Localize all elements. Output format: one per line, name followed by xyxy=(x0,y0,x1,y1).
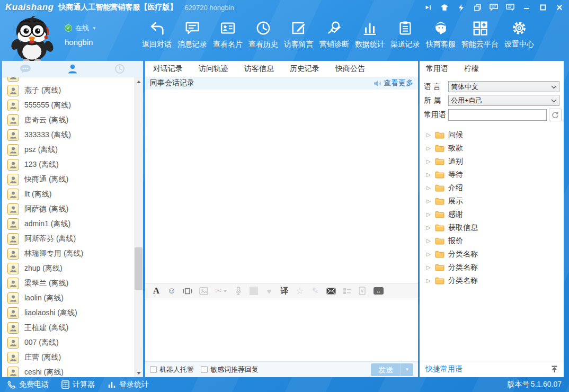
toolbar-visitor-message[interactable]: 访客留言 xyxy=(284,18,314,49)
right-tab[interactable]: 常用语 xyxy=(420,61,455,77)
expand-arrow-icon[interactable]: ▷ xyxy=(426,264,431,270)
toolbar-view-history[interactable]: 查看历史 xyxy=(248,18,278,49)
expand-arrow-icon[interactable]: ▷ xyxy=(426,198,431,204)
phrase-search-input[interactable] xyxy=(448,109,547,121)
belong-select[interactable]: 公用+自己 xyxy=(448,95,559,106)
center-tab[interactable]: 对话记录 xyxy=(145,61,191,77)
contact-list-item[interactable]: 333333 (离线) xyxy=(2,128,143,142)
emoji-icon[interactable]: ☺ xyxy=(167,286,176,296)
contact-list-item[interactable]: 燕子 (离线) xyxy=(2,83,143,98)
collect-star-icon[interactable]: ☆ xyxy=(296,286,304,297)
expand-arrow-icon[interactable]: ▷ xyxy=(426,158,431,164)
center-tab[interactable]: 访客信息 xyxy=(236,61,282,77)
contact-list-item[interactable]: psz (离线) xyxy=(2,142,143,157)
center-tab[interactable]: 快商公告 xyxy=(327,61,373,77)
maximize-icon[interactable] xyxy=(539,3,547,12)
login-statistics-button[interactable]: 登录统计 xyxy=(108,380,149,389)
right-tab[interactable]: 柠檬 xyxy=(455,61,488,77)
toolbar-message-log[interactable]: 消息记录 xyxy=(177,18,207,49)
scroll-up-button[interactable] xyxy=(134,77,143,86)
toolbar-cloud-platform[interactable]: 智能云平台 xyxy=(461,18,499,49)
announcement-icon[interactable] xyxy=(506,3,514,12)
contact-list-item[interactable]: 阿斯蒂芬 (离线) xyxy=(2,231,143,246)
feedback-icon[interactable] xyxy=(490,3,498,12)
translate-icon[interactable]: 译 xyxy=(280,286,289,296)
toolbar-back-to-chat[interactable]: 返回对话 xyxy=(142,18,172,49)
quick-reply-icon[interactable] xyxy=(343,288,351,295)
tree-item[interactable]: ▷ 报价 xyxy=(426,234,564,247)
collapse-top-icon[interactable] xyxy=(551,366,558,373)
contact-scrollbar[interactable] xyxy=(134,77,143,377)
center-tab[interactable]: 访问轨迹 xyxy=(191,61,236,77)
close-icon[interactable] xyxy=(555,3,564,12)
calculator-button[interactable]: 计算器 xyxy=(61,380,95,389)
expand-arrow-icon[interactable]: ▷ xyxy=(426,145,431,151)
toolbar-data-statistics[interactable]: 数据统计 xyxy=(355,18,385,49)
expand-arrow-icon[interactable]: ▷ xyxy=(426,278,431,283)
screenshot-icon[interactable] xyxy=(473,3,482,12)
tree-item[interactable]: ▷ 道别 xyxy=(426,155,564,168)
dock-icon[interactable] xyxy=(424,3,432,12)
contact-list-item[interactable]: admin1 (离线) xyxy=(2,217,143,231)
toolbar-kuaishang-service[interactable]: 快商客服 xyxy=(426,18,456,49)
tab-history[interactable] xyxy=(104,61,136,77)
contact-list-item[interactable]: 阿萨德 (离线) xyxy=(2,202,143,217)
expand-arrow-icon[interactable]: ▷ xyxy=(426,172,431,177)
send-button[interactable]: 发送 xyxy=(371,363,401,376)
contact-list-item[interactable]: liaolaoshi (离线) xyxy=(2,306,143,320)
contact-list-item[interactable]: 快商通 (离线) xyxy=(2,172,143,187)
tree-item[interactable]: ▷ 致歉 xyxy=(426,141,564,155)
robot-host-checkbox[interactable] xyxy=(150,366,157,373)
contact-list-item[interactable]: 梁翠兰 (离线) xyxy=(2,276,143,291)
tab-sessions[interactable] xyxy=(10,61,41,77)
skin-icon[interactable] xyxy=(440,3,449,12)
contact-list-item[interactable]: 庄营 (离线) xyxy=(2,350,143,365)
center-tab[interactable]: 历史记录 xyxy=(282,61,327,77)
quick-phrase-link[interactable]: 快捷常用语 xyxy=(425,364,463,374)
contact-list-item[interactable]: 007 (离线) xyxy=(2,335,143,350)
image-icon[interactable] xyxy=(199,287,208,295)
toolbar-settings-center[interactable]: 设置中心 xyxy=(504,18,534,49)
signature-icon[interactable]: ✎ xyxy=(311,286,319,296)
scrollbar-thumb[interactable] xyxy=(135,247,143,290)
tree-item[interactable]: ▷ 问候 xyxy=(426,128,564,141)
scroll-down-button[interactable] xyxy=(134,369,143,377)
favorite-heart-icon[interactable]: ♥ xyxy=(265,287,273,296)
screenshot-scissors-icon[interactable]: ✂ xyxy=(215,286,227,296)
contact-list-item[interactable]: zhup (离线) xyxy=(2,261,143,276)
tree-item[interactable]: ▷ 分类名称 xyxy=(426,261,564,274)
tree-item[interactable]: ▷ 感谢 xyxy=(426,208,564,221)
tree-item[interactable]: ▷ 介绍 xyxy=(426,181,564,194)
contact-list-item[interactable]: 123 (离线) xyxy=(2,157,143,172)
mail-icon[interactable] xyxy=(326,288,336,295)
contact-list-item[interactable]: 王植建 (离线) xyxy=(2,320,143,335)
tree-item[interactable]: ▷ 等待 xyxy=(426,168,564,181)
contact-list-item[interactable]: laolin (离线) xyxy=(2,291,143,306)
toolbar-view-card[interactable]: 查看名片 xyxy=(213,18,243,49)
status-selector[interactable]: ✓ 在线 ▼ xyxy=(65,23,96,33)
window-shake-icon[interactable] xyxy=(183,287,192,296)
language-select[interactable]: 简体中文 xyxy=(448,81,559,92)
tree-item[interactable]: ▷ 展示 xyxy=(426,194,564,208)
contact-list-item[interactable]: 林瑞卿专用 (离线) xyxy=(2,246,143,261)
tab-colleagues[interactable] xyxy=(57,61,88,77)
contact-list-item[interactable]: 唐奇云 (离线) xyxy=(2,113,143,128)
code-snippet-icon[interactable]: ↔ xyxy=(374,287,384,295)
expand-arrow-icon[interactable]: ▷ xyxy=(426,132,431,138)
microphone-icon[interactable] xyxy=(234,287,243,295)
billing-doc-icon[interactable]: ¥ xyxy=(358,287,367,295)
contact-partial-row[interactable] xyxy=(2,77,143,83)
view-more-link[interactable]: 查看更多 xyxy=(374,78,413,88)
expand-arrow-icon[interactable]: ▷ xyxy=(426,225,431,230)
expand-arrow-icon[interactable]: ▷ xyxy=(426,238,431,244)
toolbar-marketing-diagnosis[interactable]: 营销诊断 xyxy=(319,18,349,49)
message-input-area[interactable] xyxy=(145,298,418,361)
tree-item[interactable]: ▷ 获取信息 xyxy=(426,221,564,234)
contact-list-item[interactable]: 555555 (离线) xyxy=(2,98,143,113)
expand-arrow-icon[interactable]: ▷ xyxy=(426,251,431,257)
expand-arrow-icon[interactable]: ▷ xyxy=(426,211,431,217)
send-options-caret[interactable]: ▼ xyxy=(401,363,413,376)
tree-item[interactable]: ▷ 分类名称 xyxy=(426,247,564,261)
font-icon[interactable]: A xyxy=(152,286,161,296)
toolbar-channel-record[interactable]: 渠道记录 xyxy=(390,18,420,49)
